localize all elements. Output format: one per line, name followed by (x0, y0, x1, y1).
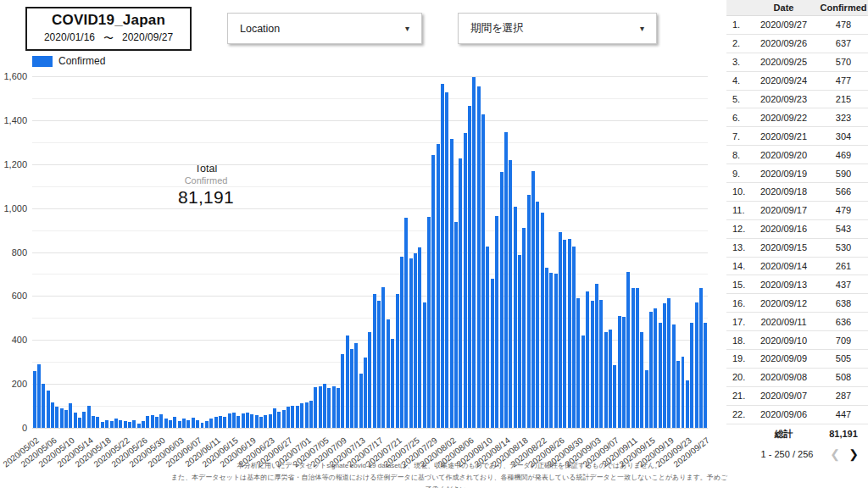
period-filter-dropdown[interactable]: 期間を選択 ▾ (458, 13, 657, 44)
table-row[interactable]: 10.2020/09/18566 (726, 183, 868, 202)
chart-bar[interactable] (214, 417, 218, 428)
chart-bar[interactable] (599, 300, 603, 428)
chart-bar[interactable] (659, 323, 662, 428)
table-row[interactable]: 11.2020/09/17479 (726, 202, 868, 220)
chart-bar[interactable] (74, 413, 77, 428)
chart-bar[interactable] (622, 317, 626, 428)
chart-bar[interactable] (649, 312, 653, 428)
chart-bar[interactable] (518, 255, 521, 428)
chart-bar[interactable] (495, 216, 498, 428)
chart-bar[interactable] (445, 92, 448, 428)
chart-bar[interactable] (341, 354, 344, 428)
chart-bar[interactable] (314, 387, 317, 428)
chart-bar[interactable] (364, 358, 367, 428)
chart-bar[interactable] (667, 298, 670, 428)
chart-bar[interactable] (55, 407, 58, 428)
chart-bar[interactable] (78, 418, 81, 428)
table-row[interactable]: 7.2020/09/21304 (726, 127, 868, 146)
chart-bar[interactable] (690, 323, 693, 428)
chart-bar[interactable] (491, 279, 494, 428)
chart-bar[interactable] (536, 202, 539, 428)
table-row[interactable]: 20.2020/09/08508 (726, 369, 868, 387)
chart-bar[interactable] (549, 273, 553, 428)
chart-bar[interactable] (309, 401, 313, 428)
table-row[interactable]: 21.2020/09/07287 (726, 387, 868, 406)
chart-bar[interactable] (69, 403, 72, 428)
chart-bar[interactable] (300, 403, 303, 428)
chart-bar[interactable] (381, 287, 385, 428)
chart-bar[interactable] (563, 240, 566, 428)
chart-bar[interactable] (699, 288, 703, 428)
chart-bar[interactable] (672, 324, 676, 428)
chart-bar[interactable] (591, 301, 594, 428)
chart-bar[interactable] (450, 139, 453, 428)
table-row[interactable]: 18.2020/09/10709 (726, 331, 868, 350)
chart-bar[interactable] (396, 294, 399, 428)
chart-bar[interactable] (359, 374, 363, 428)
chart-bar[interactable] (47, 391, 50, 428)
chart-bar[interactable] (663, 303, 666, 428)
chart-bar[interactable] (477, 86, 481, 428)
chart-bar[interactable] (695, 302, 698, 428)
chart-bar[interactable] (105, 420, 108, 428)
chart-bar[interactable] (527, 195, 531, 428)
chart-bar[interactable] (613, 365, 616, 428)
table-row[interactable]: 3.2020/09/25570 (726, 53, 868, 72)
chart-bar[interactable] (472, 77, 476, 428)
chart-bar[interactable] (441, 84, 444, 428)
table-row[interactable]: 13.2020/09/15530 (726, 239, 868, 258)
chart-bar[interactable] (273, 408, 276, 428)
table-row[interactable]: 2.2020/09/26637 (726, 35, 868, 53)
chart-bar[interactable] (282, 410, 286, 428)
chart-bar[interactable] (368, 332, 371, 428)
chart-bar[interactable] (173, 417, 176, 428)
chart-bar[interactable] (33, 371, 36, 428)
chart-bar[interactable] (581, 336, 585, 428)
chart-bar[interactable] (250, 414, 253, 428)
chart-bar[interactable] (196, 420, 199, 428)
chart-bar[interactable] (255, 415, 259, 428)
chart-bar[interactable] (159, 414, 163, 428)
chart-bar[interactable] (137, 424, 141, 428)
chart-bar[interactable] (228, 413, 231, 428)
chart-bar[interactable] (296, 406, 299, 428)
chart-bar[interactable] (242, 413, 245, 428)
chart-bar[interactable] (128, 422, 131, 428)
chart-bar[interactable] (87, 406, 91, 428)
chart-bar[interactable] (291, 406, 294, 428)
table-row[interactable]: 1.2020/09/27478 (726, 16, 868, 35)
chart-bar[interactable] (332, 386, 336, 428)
chart-bar[interactable] (155, 417, 159, 428)
chart-bar[interactable] (132, 420, 136, 428)
chart-bar[interactable] (454, 222, 458, 428)
chart-bar[interactable] (114, 419, 118, 428)
chart-bar[interactable] (626, 272, 630, 428)
chart-bar[interactable] (632, 288, 635, 428)
chart-bar[interactable] (319, 386, 322, 428)
table-row[interactable]: 4.2020/09/24477 (726, 72, 868, 91)
chart-bar[interactable] (431, 155, 435, 428)
chart-bar[interactable] (423, 302, 426, 428)
chart-bar[interactable] (264, 415, 267, 428)
chart-bar[interactable] (531, 171, 535, 428)
chart-bar[interactable] (427, 217, 431, 428)
chart-bar[interactable] (704, 323, 707, 428)
chart-bar[interactable] (42, 384, 45, 428)
table-row[interactable]: 22.2020/09/06447 (726, 406, 868, 424)
chart-bar[interactable] (37, 364, 41, 428)
chart-bar[interactable] (377, 301, 381, 428)
chart-bar[interactable] (645, 370, 648, 428)
table-row[interactable]: 12.2020/09/16543 (726, 220, 868, 239)
chart-bar[interactable] (618, 316, 621, 428)
chart-bar[interactable] (259, 417, 263, 428)
chart-bar[interactable] (337, 388, 340, 428)
chart-bar[interactable] (205, 421, 209, 428)
table-row[interactable]: 17.2020/09/11636 (726, 313, 868, 331)
chart-bar[interactable] (595, 284, 598, 428)
chart-bar[interactable] (572, 247, 576, 428)
chart-bar[interactable] (554, 274, 558, 428)
chart-bar[interactable] (151, 415, 154, 428)
chart-bar[interactable] (504, 132, 508, 428)
chart-bar[interactable] (586, 291, 589, 428)
chart-bar[interactable] (464, 133, 467, 428)
